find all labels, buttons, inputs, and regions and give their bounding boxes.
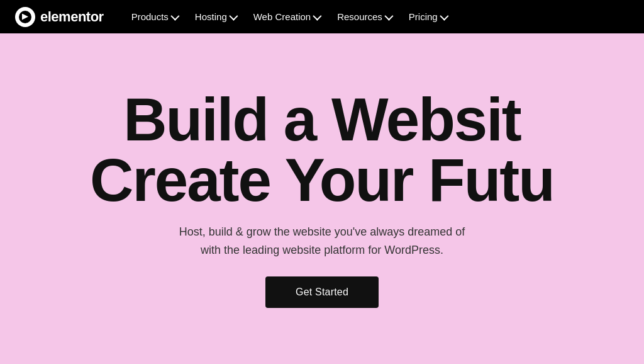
chevron-down-icon	[440, 11, 448, 20]
brand-name: elementor	[40, 9, 104, 25]
nav-item-pricing[interactable]: Pricing	[401, 8, 454, 26]
nav-label-products: Products	[131, 11, 169, 22]
get-started-button[interactable]: Get Started	[265, 276, 379, 308]
chevron-down-icon	[384, 11, 393, 20]
nav-item-products[interactable]: Products	[124, 8, 185, 26]
chevron-down-icon	[170, 11, 179, 20]
logo-area[interactable]: elementor	[15, 7, 104, 27]
nav-item-web-creation[interactable]: Web Creation	[246, 8, 327, 26]
logo-icon	[15, 7, 35, 27]
hero-headline-line2: Create Your Futu	[13, 150, 631, 210]
hero-description-line1: Host, build & grow the website you've al…	[179, 225, 465, 238]
nav-label-resources: Resources	[337, 11, 382, 22]
nav-item-resources[interactable]: Resources	[330, 8, 399, 26]
navbar: elementor Products Hosting Web Creation …	[0, 0, 644, 33]
nav-label-web-creation: Web Creation	[253, 11, 311, 22]
nav-label-pricing: Pricing	[409, 11, 438, 22]
nav-item-hosting[interactable]: Hosting	[187, 8, 243, 26]
hero-section: Build a Websit Create Your Futu Host, bu…	[0, 33, 644, 364]
chevron-down-icon	[229, 11, 238, 20]
chevron-down-icon	[313, 11, 321, 20]
hero-description: Host, build & grow the website you've al…	[179, 223, 465, 259]
nav-menu: Products Hosting Web Creation Resources …	[124, 8, 454, 26]
nav-label-hosting: Hosting	[195, 11, 227, 22]
logo-icon-inner	[19, 11, 31, 23]
hero-headline-line1: Build a Websit	[13, 89, 631, 150]
hero-description-line2: with the leading website platform for Wo…	[201, 244, 443, 256]
